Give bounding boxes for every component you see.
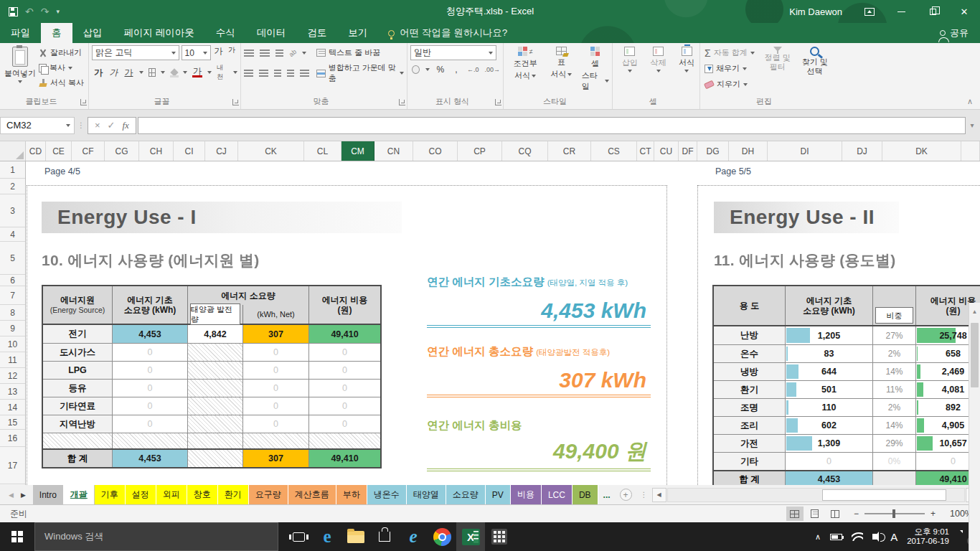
column-header-CO[interactable]: CO — [413, 141, 458, 161]
kwh-cell[interactable]: 0 — [786, 452, 873, 470]
zoom-slider[interactable] — [892, 509, 895, 518]
kwh-cell[interactable]: 1,309 — [786, 434, 873, 452]
bold-button[interactable]: 가 — [93, 67, 103, 79]
column-header-CM[interactable]: CM — [341, 141, 374, 161]
horizontal-scrollbar[interactable]: ◀ ▶ — [652, 485, 980, 504]
clear-button[interactable]: 지우기 — [703, 77, 756, 92]
column-header-DI[interactable]: DI — [768, 141, 842, 161]
ime-indicator[interactable]: A — [890, 531, 897, 543]
font-family-select[interactable]: 맑은 고딕 — [92, 45, 179, 60]
cost-cell[interactable]: 0 — [309, 415, 380, 433]
insert-function-button[interactable]: fx — [123, 120, 129, 131]
phonetic-button[interactable]: 내천 — [217, 63, 228, 82]
sheet-tab-개괄[interactable]: 개괄 — [64, 485, 95, 504]
net-demand-cell[interactable]: 307 — [243, 325, 309, 343]
share-cell[interactable]: 0% — [873, 452, 916, 470]
pv-generation-cell[interactable] — [188, 379, 243, 397]
row-label[interactable]: 환기 — [714, 380, 786, 398]
row-label[interactable]: 기타 — [714, 452, 786, 470]
share-cell[interactable]: 2% — [873, 344, 916, 362]
share-cell[interactable]: 14% — [873, 416, 916, 434]
column-header-CT[interactable]: CT — [637, 141, 654, 161]
column-header-CI[interactable]: CI — [174, 141, 205, 161]
grow-font-button[interactable]: 가 — [213, 45, 225, 60]
kwh-cell[interactable]: 1,205 — [786, 326, 873, 344]
kwh-cell[interactable]: 644 — [786, 362, 873, 380]
base-demand-cell[interactable]: 0 — [113, 343, 188, 361]
sheet-tab-요구량[interactable]: 요구량 — [249, 485, 288, 504]
row-header-11[interactable]: 11 — [0, 352, 25, 368]
zoom-out-button[interactable]: − — [854, 509, 859, 519]
decrease-decimal-button[interactable]: .00→ — [485, 66, 501, 73]
column-header-CE[interactable]: CE — [46, 141, 72, 161]
column-header-CL[interactable]: CL — [304, 141, 341, 161]
taskbar-clock[interactable]: 오후 9:01 2017-06-19 — [907, 527, 949, 546]
pv-generation-cell[interactable] — [188, 343, 243, 361]
paste-button[interactable]: 붙여넣기 — [3, 45, 37, 95]
merge-center-button[interactable]: 병합하고 가운데 맞춤 — [316, 62, 404, 84]
align-left-icon[interactable] — [244, 70, 253, 77]
excel-taskbar-button[interactable]: X — [456, 522, 485, 551]
find-select-button[interactable]: 찾기 및선택 — [799, 45, 831, 95]
italic-button[interactable]: 가 — [108, 67, 118, 79]
bottom-align-icon[interactable] — [275, 50, 283, 57]
vertical-scroll-thumb[interactable] — [971, 323, 979, 387]
wrap-text-button[interactable]: 텍스트 줄 바꿈 — [316, 47, 380, 58]
page-break-view-button[interactable] — [826, 507, 844, 521]
horizontal-scroll-thumb[interactable] — [822, 489, 947, 501]
net-demand-cell[interactable]: 0 — [243, 397, 309, 415]
shrink-font-button[interactable]: 가 — [226, 45, 237, 60]
ribbon-tab-검토[interactable]: 검토 — [296, 23, 337, 43]
row-header-4[interactable]: 4 — [0, 227, 25, 242]
column-header-DK[interactable]: DK — [882, 141, 961, 161]
align-center-icon[interactable] — [259, 70, 268, 77]
cut-button[interactable]: 잘라내기 — [37, 45, 85, 60]
ribbon-tab-수식[interactable]: 수식 — [205, 23, 246, 43]
sheet-tab-냉온수[interactable]: 냉온수 — [367, 485, 407, 504]
row-label[interactable]: 온수 — [714, 344, 786, 362]
fill-color-button[interactable] — [170, 69, 178, 76]
sheet-tab-비용[interactable]: 비용 — [511, 485, 542, 504]
insert-cells-button[interactable]: 삽입 — [620, 45, 640, 95]
account-name[interactable]: Kim Daewon — [789, 6, 842, 17]
select-all-corner[interactable] — [0, 141, 26, 161]
cost-cell[interactable]: 0 — [309, 397, 380, 415]
row-label[interactable]: 난방 — [714, 326, 786, 344]
task-view-button[interactable] — [284, 522, 313, 551]
row-label[interactable]: 조명 — [714, 398, 786, 416]
sheetbar-splitter[interactable]: ⋮ — [636, 485, 652, 504]
fill-button[interactable]: 채우기 — [703, 61, 756, 76]
increase-indent-icon[interactable] — [300, 70, 309, 77]
row-label[interactable]: 기타연료 — [43, 397, 113, 415]
cost-cell[interactable]: 0 — [309, 361, 380, 379]
sheet-tab-태양열[interactable]: 태양열 — [407, 485, 446, 504]
column-header-CF[interactable]: CF — [72, 141, 105, 161]
zoom-in-button[interactable]: + — [930, 509, 936, 519]
row-header-7[interactable]: 7 — [0, 286, 25, 305]
row-header-1[interactable]: 1 — [0, 161, 25, 179]
namebox-splitter[interactable]: ⋮ — [75, 121, 88, 129]
sheet-tab-기후[interactable]: 기후 — [95, 485, 126, 504]
base-demand-cell[interactable]: 0 — [113, 397, 188, 415]
sheet-content[interactable]: Page 4/5 Page 5/5 Energy Use - I 10. 에너지… — [26, 161, 980, 485]
clipboard-dialog-launcher[interactable] — [80, 99, 87, 105]
kwh-cell[interactable]: 501 — [786, 380, 873, 398]
share-cell[interactable]: 14% — [873, 362, 916, 380]
pv-generation-cell[interactable] — [188, 361, 243, 379]
vertical-scrollbar[interactable]: ▲ ▼ — [969, 303, 980, 551]
increase-decimal-button[interactable]: ←.0 — [467, 66, 479, 73]
page-layout-view-button[interactable] — [806, 507, 824, 521]
save-icon[interactable] — [9, 7, 18, 17]
middle-align-icon[interactable] — [260, 50, 270, 57]
taskbar-search-input[interactable]: Windows 검색 — [34, 522, 278, 551]
sort-filter-button[interactable]: 정렬 및필터 — [762, 45, 793, 95]
column-header-CH[interactable]: CH — [139, 141, 174, 161]
scroll-left-button[interactable]: ◀ — [652, 488, 666, 502]
calculator-button[interactable] — [485, 522, 514, 551]
row-header-12[interactable]: 12 — [0, 368, 25, 384]
prev-sheet-button[interactable]: ◀ — [9, 491, 14, 499]
share-cell[interactable]: 11% — [873, 380, 916, 398]
column-header-CP[interactable]: CP — [458, 141, 502, 161]
ribbon-tab-홈[interactable]: 홈 — [41, 23, 72, 43]
column-header-CU[interactable]: CU — [654, 141, 679, 161]
